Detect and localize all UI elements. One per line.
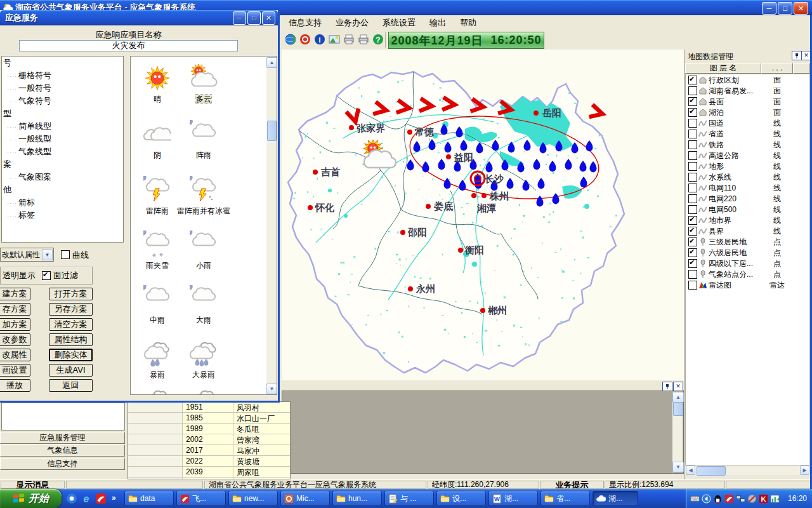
close-button[interactable]: ✕ [794, 2, 808, 15]
button-加方案[interactable]: 加方案 [0, 318, 30, 331]
tree-item-0[interactable]: 号 [2, 57, 123, 69]
layers-hscrollbar[interactable]: ◀ ▶ [685, 465, 810, 475]
layer-checkbox[interactable] [688, 108, 697, 117]
layer-checkbox[interactable] [688, 86, 697, 95]
layer-row-高速公路[interactable]: 高速公路线 [686, 150, 809, 161]
layer-row-电网500[interactable]: 电网500线 [686, 204, 809, 215]
weather-symbol-clipped[interactable] [143, 388, 171, 395]
symbol-scrollbar[interactable]: ▲ ▼ [266, 57, 277, 394]
tree-item-8[interactable]: 案 [2, 158, 123, 171]
button-打开方案[interactable]: 打开方案 [49, 288, 93, 300]
taskbar-task-7[interactable]: W湖... [488, 491, 538, 506]
pin-icon[interactable] [662, 382, 672, 391]
taskbar-task-1[interactable]: 飞... [176, 491, 226, 506]
pin-icon[interactable] [792, 51, 802, 60]
weather-symbol-clipped[interactable] [190, 388, 218, 395]
menu-item-1[interactable]: 业务办公 [329, 15, 376, 30]
weather-symbol-阴[interactable] [143, 120, 171, 148]
tree-item-3[interactable]: ····气象符号 [2, 95, 123, 107]
column-header-extra[interactable] [793, 63, 810, 74]
tree-item-1[interactable]: ····栅格符号 [2, 69, 123, 82]
layer-row-电网110[interactable]: 电网110线 [686, 182, 809, 193]
button-改参数[interactable]: 改参数 [0, 333, 30, 346]
button-属性结构[interactable]: 属性结构 [49, 333, 93, 346]
print-icon[interactable] [343, 33, 355, 46]
button-生成AVI[interactable]: 生成AVI [49, 364, 93, 377]
scroll-up-icon[interactable]: ▲ [672, 392, 684, 403]
taskbar-task-8[interactable]: 省... [540, 491, 590, 506]
weather-symbol-阵雨[interactable] [190, 120, 218, 148]
tray-network[interactable] [736, 494, 745, 504]
layer-checkbox[interactable] [688, 151, 697, 160]
weather-symbol-雷阵雨并有冰雹[interactable] [190, 176, 218, 204]
dialog-maximize-button[interactable]: □ [247, 11, 261, 25]
layer-row-雷达图[interactable]: 雷达图雷达 [686, 279, 809, 290]
layer-checkbox[interactable] [688, 205, 697, 214]
layer-checkbox[interactable] [688, 237, 697, 246]
tree-item-2[interactable]: ····一般符号 [2, 82, 123, 95]
quicklaunch-flyim[interactable] [95, 493, 107, 504]
start-button[interactable]: 开始 [0, 489, 62, 508]
menu-item-0[interactable]: 信息支持 [282, 15, 329, 30]
tray-kaspersky[interactable]: K [759, 494, 768, 504]
layer-row-三级居民地[interactable]: 三级居民地点 [686, 236, 809, 247]
tree-item-4[interactable]: 型 [2, 107, 123, 120]
tree-item-11[interactable]: ····箭标 [2, 196, 123, 209]
layer-row-湖南省易发...[interactable]: 湖南省易发...面 [686, 85, 809, 96]
tray-keyboard[interactable] [690, 494, 700, 504]
layer-row-县界[interactable]: 县界线 [686, 225, 809, 236]
taskbar-task-3[interactable]: Mic... [280, 491, 330, 506]
button-改属性[interactable]: 改属性 [0, 349, 30, 361]
weather-symbol-大雨[interactable] [190, 285, 218, 313]
bottom-panel-scrollbar[interactable]: ▲ ▼ [672, 392, 683, 472]
scroll-right-icon[interactable]: ▶ [800, 465, 809, 475]
layer-checkbox[interactable] [688, 184, 697, 192]
tree-item-10[interactable]: 他 [2, 184, 123, 196]
button-画设置[interactable]: 画设置 [0, 364, 30, 377]
column-header-layer-name[interactable]: 图 层 名 [685, 63, 761, 74]
face-filter-checkbox[interactable] [42, 271, 51, 280]
layer-row-铁路[interactable]: 铁路线 [686, 139, 809, 150]
symbol-category-tree[interactable]: 号····栅格符号····一般符号····气象符号型····简单线型····一般… [1, 56, 124, 243]
tree-item-6[interactable]: ····一般线型 [2, 133, 123, 145]
table-row[interactable]: 1989冬瓜咀 [128, 424, 290, 434]
quicklaunch-overflow-chevron[interactable]: » [112, 493, 116, 502]
table-row[interactable]: 2022黄坡塘 [128, 456, 290, 467]
layer-checkbox[interactable] [688, 173, 697, 182]
image-icon[interactable] [328, 33, 341, 46]
layer-checkbox[interactable] [688, 270, 697, 279]
weather-symbol-中雨[interactable] [143, 285, 171, 313]
tree-item-9[interactable]: ····气象图案 [2, 171, 123, 184]
layer-row-六级居民地[interactable]: 六级居民地点 [686, 247, 809, 258]
project-name-input[interactable] [19, 40, 238, 51]
station-table[interactable]: 1951凤羽村1985水口山一厂1989冬瓜咀2002曾家湾2017马家冲202… [128, 401, 291, 479]
layer-checkbox[interactable] [688, 227, 697, 236]
quicklaunch-msn[interactable] [66, 493, 77, 504]
layer-checkbox[interactable] [688, 130, 697, 138]
tray-qq[interactable] [713, 494, 723, 504]
button-清空方案[interactable]: 清空方案 [49, 318, 93, 331]
tray-clock[interactable]: 16:20 [788, 494, 807, 503]
tray-app-red[interactable] [724, 494, 734, 504]
tree-item-5[interactable]: ····简单线型 [2, 120, 123, 133]
column-header-more[interactable]: . . . [761, 63, 793, 74]
taskbar-task-0[interactable]: data [124, 491, 174, 506]
layer-checkbox[interactable] [688, 248, 697, 257]
layer-checkbox[interactable] [688, 216, 697, 225]
maximize-button[interactable]: □ [778, 2, 792, 15]
tree-item-7[interactable]: ····气象线型 [2, 145, 123, 158]
layer-row-省道[interactable]: 省道线 [686, 128, 809, 139]
minimize-button[interactable]: ─ [762, 2, 776, 15]
layer-checkbox[interactable] [688, 76, 697, 84]
layer-checkbox[interactable] [688, 97, 697, 106]
weather-symbol-暴雨[interactable] [143, 340, 171, 368]
layer-row-四级以下居...[interactable]: 四级以下居...点 [686, 258, 809, 269]
layer-row-行政区划[interactable]: 行政区划面 [686, 74, 809, 85]
dialog-close-button[interactable]: ✕ [262, 11, 275, 25]
nav-emergency-service-management[interactable]: 应急服务管理 [0, 432, 125, 444]
dialog-titlebar[interactable]: 应急服务 ─ □ ✕ [0, 10, 278, 25]
layer-checkbox[interactable] [688, 119, 697, 128]
layer-row-电网220[interactable]: 电网220线 [686, 193, 809, 204]
taskbar-task-2[interactable]: new... [228, 491, 278, 506]
scroll-down-icon[interactable]: ▼ [266, 384, 277, 394]
